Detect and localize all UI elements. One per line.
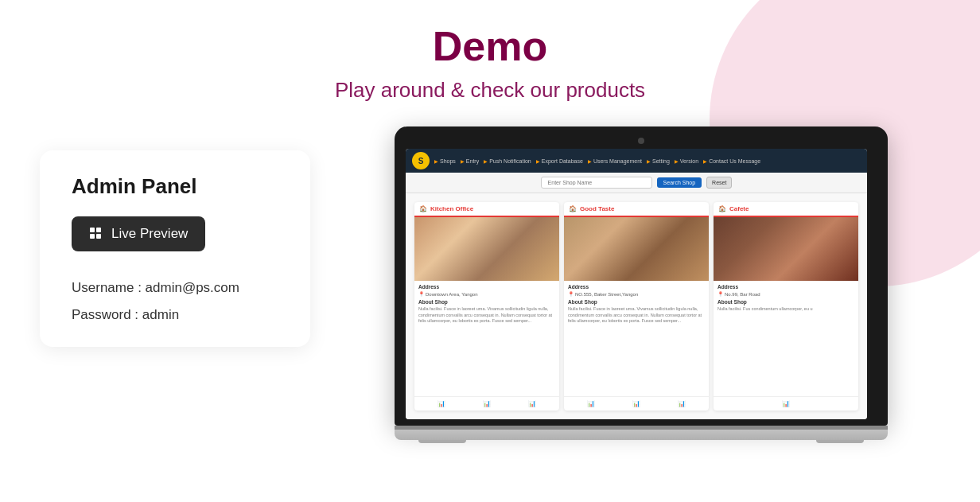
card-body-1: Address 📍 Downtown Area, Yangon About Sh… bbox=[414, 281, 559, 328]
nav-contact[interactable]: ▶ Contact Us Message bbox=[703, 158, 760, 164]
laptop: S ▶ Shops ▶ Entry bbox=[395, 126, 888, 440]
nav-shops[interactable]: ▶ Shops bbox=[434, 158, 456, 164]
card-header-1: 🏠 Kitchen Office bbox=[414, 202, 559, 217]
arrow-icon: ▶ bbox=[588, 158, 592, 164]
password-line: Password : admin bbox=[72, 307, 239, 323]
laptop-screen: S ▶ Shops ▶ Entry bbox=[406, 149, 867, 419]
card-header-2: 🏠 Good Taste bbox=[564, 202, 709, 217]
card-kitchen-office: 🏠 Kitchen Office Address 📍 Downtown bbox=[414, 202, 559, 411]
nav-entry[interactable]: ▶ Entry bbox=[461, 158, 479, 164]
card-body-3: Address 📍 No.99, Bar Road About Shop Nul… bbox=[714, 281, 858, 316]
address-value-2: 📍 NO.555, Baker Street,Yangon bbox=[568, 291, 705, 297]
chart-icon-4: 📊 bbox=[587, 400, 595, 407]
app-cards: 🏠 Kitchen Office Address 📍 Downtown bbox=[406, 193, 867, 419]
about-label-3: About Shop bbox=[718, 299, 854, 305]
card-footer-1: 📊 📊 📊 bbox=[414, 396, 559, 411]
page-wrapper: Demo Play around & check our products Ad… bbox=[0, 0, 980, 440]
search-bar: Search Shop Reset bbox=[406, 173, 867, 193]
card-title-3: Cafete bbox=[729, 205, 749, 212]
arrow-icon: ▶ bbox=[647, 158, 651, 164]
left-panel: Admin Panel Live Preview Username : admi… bbox=[40, 150, 310, 347]
grid-icon bbox=[89, 227, 103, 241]
svg-rect-3 bbox=[96, 234, 101, 239]
about-text-2: Nulla facilisi. Fusce in laoreet uma. Vi… bbox=[568, 306, 705, 325]
address-label-3: Address bbox=[718, 284, 854, 290]
right-panel: S ▶ Shops ▶ Entry bbox=[310, 126, 948, 440]
pin-icon: 📍 bbox=[418, 291, 424, 297]
arrow-icon: ▶ bbox=[536, 158, 540, 164]
laptop-foot-right bbox=[816, 440, 864, 443]
nav-push-notification[interactable]: ▶ Push Notification bbox=[484, 158, 531, 164]
pin-icon-2: 📍 bbox=[568, 291, 574, 297]
nav-version[interactable]: ▶ Version bbox=[675, 158, 698, 164]
address-label-1: Address bbox=[418, 284, 555, 290]
card-title-2: Good Taste bbox=[580, 205, 614, 212]
laptop-hinge bbox=[395, 426, 888, 430]
card-cafete: 🏠 Cafete Address 📍 No.99, Bar Road bbox=[714, 202, 858, 411]
svg-rect-0 bbox=[90, 228, 95, 232]
card-image-2 bbox=[564, 217, 709, 281]
app-logo: S bbox=[412, 152, 430, 169]
home-icon-2: 🏠 bbox=[569, 205, 577, 212]
chart-icon-1: 📊 bbox=[438, 400, 445, 407]
reset-button[interactable]: Reset bbox=[706, 177, 732, 189]
laptop-screen-outer: S ▶ Shops ▶ Entry bbox=[395, 126, 888, 426]
main-content: Admin Panel Live Preview Username : admi… bbox=[0, 126, 980, 440]
search-shop-button[interactable]: Search Shop bbox=[657, 177, 702, 188]
chart-icon-2: 📊 bbox=[483, 400, 491, 407]
chart-icon-3: 📊 bbox=[528, 400, 536, 407]
address-label-2: Address bbox=[568, 284, 705, 290]
nav-setting[interactable]: ▶ Setting bbox=[647, 158, 670, 164]
laptop-camera bbox=[638, 138, 644, 144]
card-footer-3: 📊 bbox=[714, 396, 858, 411]
pin-icon-3: 📍 bbox=[718, 291, 723, 297]
card-footer-2: 📊 📊 📊 bbox=[564, 396, 709, 411]
svg-rect-1 bbox=[96, 228, 101, 232]
laptop-base bbox=[395, 426, 888, 440]
card-good-taste: 🏠 Good Taste Address 📍 NO.555, Baker bbox=[564, 202, 709, 411]
card-image-1 bbox=[414, 217, 559, 281]
address-value-1: 📍 Downtown Area, Yangon bbox=[418, 291, 555, 297]
live-preview-label: Live Preview bbox=[111, 226, 188, 242]
admin-panel-label: Admin Panel bbox=[72, 174, 196, 199]
search-input[interactable] bbox=[541, 177, 652, 189]
credentials: Username : admin@ps.com Password : admin bbox=[72, 280, 239, 323]
card-body-2: Address 📍 NO.555, Baker Street,Yangon Ab… bbox=[564, 281, 709, 328]
about-text-1: Nulla facilisi. Fusce in laoreet uma. Vi… bbox=[418, 306, 555, 325]
page-title: Demo bbox=[433, 22, 547, 70]
nav-export-database[interactable]: ▶ Export Database bbox=[536, 158, 583, 164]
about-text-3: Nulla facilisi. Fus condimentum ullamcor… bbox=[718, 306, 854, 313]
nav-users-management[interactable]: ▶ Users Management bbox=[588, 158, 642, 164]
home-icon-3: 🏠 bbox=[718, 205, 726, 212]
card-image-3 bbox=[714, 217, 858, 281]
about-label-2: About Shop bbox=[568, 299, 705, 305]
arrow-icon: ▶ bbox=[484, 158, 488, 164]
arrow-icon: ▶ bbox=[675, 158, 679, 164]
card-header-3: 🏠 Cafete bbox=[714, 202, 858, 217]
username-line: Username : admin@ps.com bbox=[72, 280, 239, 296]
chart-icon-6: 📊 bbox=[678, 400, 686, 407]
card-title-1: Kitchen Office bbox=[430, 205, 473, 212]
page-subtitle: Play around & check our products bbox=[335, 78, 645, 103]
chart-icon-7: 📊 bbox=[782, 400, 790, 407]
about-label-1: About Shop bbox=[418, 299, 555, 305]
arrow-icon: ▶ bbox=[434, 158, 438, 164]
arrow-icon: ▶ bbox=[461, 158, 465, 164]
live-preview-button[interactable]: Live Preview bbox=[72, 216, 205, 251]
laptop-foot-left bbox=[418, 440, 466, 443]
home-icon: 🏠 bbox=[419, 205, 427, 212]
chart-icon-5: 📊 bbox=[632, 400, 640, 407]
address-value-3: 📍 No.99, Bar Road bbox=[718, 291, 854, 297]
app-navbar: S ▶ Shops ▶ Entry bbox=[406, 149, 867, 173]
arrow-icon: ▶ bbox=[703, 158, 707, 164]
svg-rect-2 bbox=[90, 234, 95, 239]
